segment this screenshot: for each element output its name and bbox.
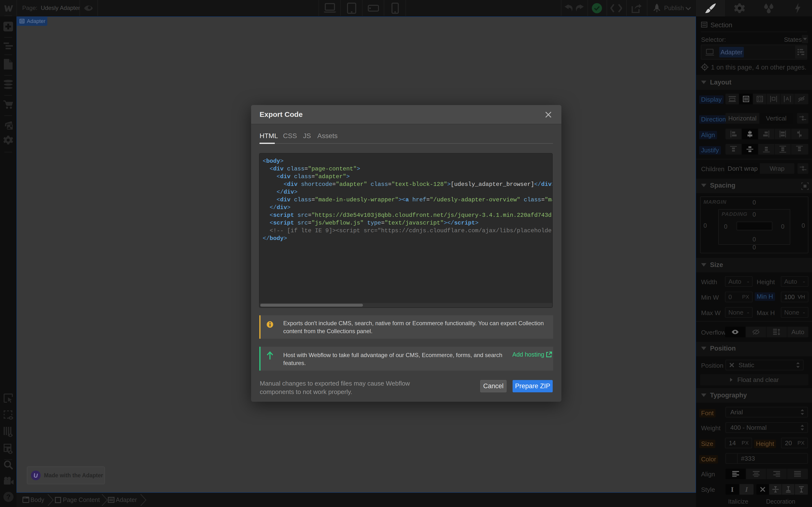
svg-text:?: ?	[6, 493, 11, 501]
svg-text:A: A	[785, 96, 789, 101]
